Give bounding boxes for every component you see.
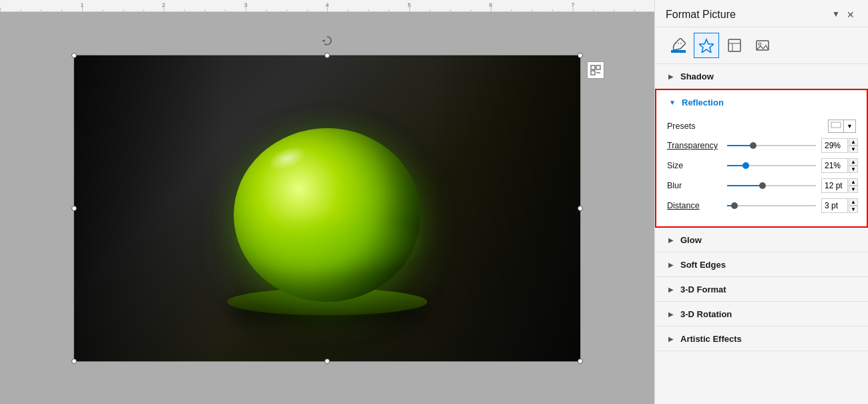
section-artistic-effects: ▶ Artistic Effects [655,327,868,351]
size-row: Size ▲ ▼ [667,158,856,173]
transparency-spinners: ▲ ▼ [849,138,858,153]
ruler-canvas [0,0,654,11]
size-input[interactable] [821,158,848,173]
tab-size-properties[interactable] [722,33,747,58]
transparency-value: ▲ ▼ [821,138,856,153]
section-3d-format-header[interactable]: ▶ 3-D Format [655,277,868,301]
rotate-handle[interactable] [322,35,333,46]
presets-dropdown[interactable]: ▼ [828,120,856,133]
reflection-arrow-icon: ▼ [667,97,678,108]
section-3d-rotation-header[interactable]: ▶ 3-D Rotation [655,302,868,326]
distance-slider[interactable] [727,199,816,212]
section-reflection: ▼ Reflection Presets ▼ [655,89,868,228]
svg-point-10 [758,43,761,45]
transparency-input[interactable] [821,138,848,153]
transparency-up[interactable]: ▲ [849,138,858,146]
svg-rect-1 [596,65,600,69]
size-value: ▲ ▼ [821,158,856,173]
selected-image [73,55,581,362]
right-panel: Format Picture ▼ ✕ [654,0,868,404]
presets-row: Presets ▼ [667,120,856,133]
section-artistic-effects-header[interactable]: ▶ Artistic Effects [655,327,868,351]
format-tabs [655,27,868,64]
svg-rect-11 [831,122,841,128]
blur-value: ▲ ▼ [821,178,856,193]
section-soft-edges-header[interactable]: ▶ Soft Edges [655,252,868,276]
distance-up[interactable]: ▲ [849,198,858,206]
distance-label: Distance [667,201,727,210]
svg-rect-6 [728,39,740,51]
section-shadow-header[interactable]: ▶ Shadow [655,64,868,88]
3d-format-arrow-icon: ▶ [666,284,676,294]
distance-down[interactable]: ▼ [849,206,858,213]
tab-picture[interactable] [750,33,775,58]
glow-title: Glow [680,235,702,245]
transparency-down[interactable]: ▼ [849,146,858,153]
canvas-workspace [0,12,654,404]
soft-edges-title: Soft Edges [680,260,726,270]
soft-edges-arrow-icon: ▶ [666,259,676,270]
blur-slider[interactable] [727,179,816,192]
3d-rotation-title: 3-D Rotation [680,309,732,319]
size-slider[interactable] [727,159,816,172]
artistic-effects-title: Artistic Effects [680,334,742,344]
blur-spinners: ▲ ▼ [849,178,858,193]
section-reflection-header[interactable]: ▼ Reflection [656,90,867,114]
blur-down[interactable]: ▼ [849,186,858,193]
section-shadow: ▶ Shadow [655,64,868,89]
preset-caret-icon[interactable]: ▼ [844,120,856,133]
panel-title: Format Picture [666,9,736,21]
svg-marker-5 [699,39,714,53]
blur-input[interactable] [821,178,848,193]
svg-rect-2 [591,71,595,75]
3d-format-title: 3-D Format [680,284,726,294]
layout-button[interactable] [587,61,604,79]
reflection-title: Reflection [682,97,724,108]
tab-fill-line[interactable] [666,33,691,58]
blur-row: Blur ▲ ▼ [667,178,856,193]
transparency-label: Transparency [667,141,727,150]
section-3d-format: ▶ 3-D Format [655,277,868,302]
ball-glow [227,211,427,278]
section-3d-rotation: ▶ 3-D Rotation [655,302,868,327]
distance-spinners: ▲ ▼ [849,198,858,213]
presets-label: Presets [667,122,727,131]
artistic-effects-arrow-icon: ▶ [666,333,676,344]
transparency-slider[interactable] [727,139,816,152]
section-glow-header[interactable]: ▶ Glow [655,228,868,252]
distance-input[interactable] [821,198,848,213]
shadow-title: Shadow [680,71,714,81]
size-up[interactable]: ▲ [849,158,858,166]
panel-header: Format Picture ▼ ✕ [655,0,868,27]
panel-dropdown-btn[interactable]: ▼ [829,8,843,21]
distance-row: Distance ▲ ▼ [667,198,856,213]
image-container[interactable] [73,55,581,362]
size-label: Size [667,161,727,170]
glow-arrow-icon: ▶ [666,234,676,245]
size-spinners: ▲ ▼ [849,158,858,173]
tab-effects[interactable] [694,33,719,58]
svg-rect-0 [591,65,595,69]
canvas-area [0,0,654,404]
transparency-row: Transparency ▲ ▼ [667,138,856,153]
3d-rotation-arrow-icon: ▶ [666,309,676,319]
panel-close-button[interactable]: ✕ [844,8,857,21]
ball-scene [73,55,581,362]
size-down[interactable]: ▼ [849,166,858,173]
panel-header-icons: ▼ ✕ [829,8,857,21]
section-soft-edges: ▶ Soft Edges [655,252,868,277]
distance-value: ▲ ▼ [821,198,856,213]
blur-label: Blur [667,181,727,190]
preset-icon [828,120,844,133]
ruler [0,0,654,12]
shadow-arrow-icon: ▶ [666,71,676,81]
svg-rect-4 [671,50,686,53]
section-glow: ▶ Glow [655,228,868,252]
reflection-content: Presets ▼ Transparency [656,114,867,226]
blur-up[interactable]: ▲ [849,178,858,186]
